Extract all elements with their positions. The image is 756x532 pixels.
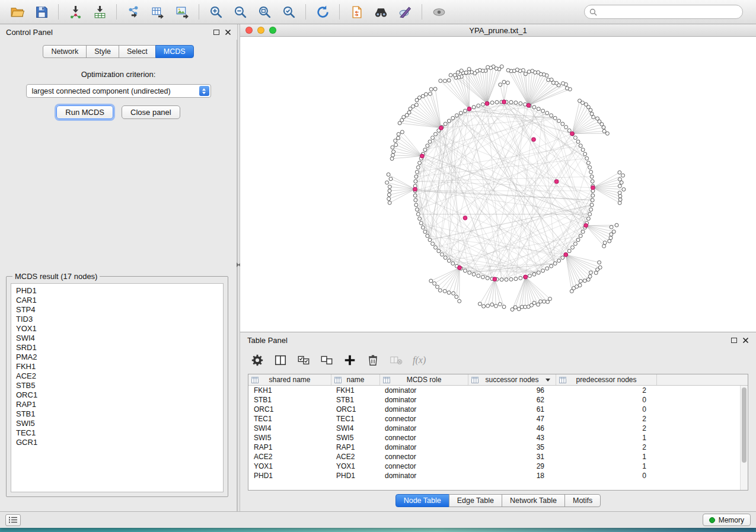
zoom-selected-button[interactable] bbox=[277, 2, 300, 21]
column-header-shared-name[interactable]: shared name bbox=[248, 374, 331, 385]
hide-visibility-button[interactable] bbox=[428, 2, 450, 21]
table-cell[interactable]: STB1 bbox=[248, 396, 331, 404]
table-cell[interactable]: RAP1 bbox=[331, 443, 380, 451]
window-zoom-button[interactable] bbox=[269, 27, 276, 34]
table-cell[interactable]: connector bbox=[380, 434, 468, 442]
column-header-name[interactable]: name bbox=[331, 374, 380, 385]
table-cell[interactable]: 1 bbox=[556, 453, 657, 461]
mcds-result-item[interactable]: TID3 bbox=[16, 315, 218, 324]
table-cell[interactable]: connector bbox=[380, 462, 468, 470]
tab-edge-table[interactable]: Edge Table bbox=[449, 494, 502, 507]
network-graph[interactable] bbox=[240, 37, 756, 332]
table-cell[interactable]: 46 bbox=[468, 424, 556, 432]
open-file-button[interactable] bbox=[6, 2, 28, 21]
table-cell[interactable]: 1 bbox=[556, 434, 657, 442]
table-row[interactable]: PHD1PHD1dominator180 bbox=[248, 471, 740, 480]
mcds-result-list[interactable]: PHD1CAR1STP4TID3YOX1SWI4SRD1PMA2FKH1ACE2… bbox=[11, 283, 224, 492]
tab-node-table[interactable]: Node Table bbox=[395, 494, 449, 507]
mcds-result-item[interactable]: CAR1 bbox=[16, 296, 218, 305]
table-settings-gear-icon[interactable] bbox=[251, 354, 264, 367]
find-button[interactable] bbox=[369, 2, 392, 21]
zoom-fit-button[interactable] bbox=[253, 2, 276, 21]
zoom-in-button[interactable] bbox=[205, 2, 227, 21]
table-cell[interactable]: 61 bbox=[468, 405, 556, 414]
table-cell[interactable]: dominator bbox=[380, 424, 468, 432]
run-mcds-button[interactable]: Run MCDS bbox=[56, 105, 113, 119]
column-header-successor-nodes[interactable]: successor nodes bbox=[468, 374, 556, 385]
network-view[interactable] bbox=[240, 37, 756, 332]
table-cell[interactable]: FKH1 bbox=[331, 386, 380, 395]
table-cell[interactable]: 2 bbox=[556, 415, 657, 423]
table-scrollbar[interactable] bbox=[740, 386, 748, 490]
mcds-result-item[interactable]: ORC1 bbox=[16, 390, 218, 400]
table-cell[interactable]: 0 bbox=[556, 405, 657, 414]
mcds-result-item[interactable]: TEC1 bbox=[16, 428, 218, 438]
table-cell[interactable]: 96 bbox=[468, 386, 556, 395]
export-image-button[interactable] bbox=[171, 2, 193, 21]
table-cell[interactable]: 2 bbox=[556, 443, 657, 451]
column-header-mcds-role[interactable]: MCDS role bbox=[380, 374, 468, 385]
tab-mcds[interactable]: MCDS bbox=[155, 45, 194, 58]
table-cell[interactable]: dominator bbox=[380, 396, 468, 404]
table-cell[interactable]: SWI5 bbox=[248, 434, 331, 442]
close-table-panel-icon[interactable] bbox=[742, 337, 749, 344]
tab-motifs[interactable]: Motifs bbox=[564, 494, 601, 507]
table-row[interactable]: SWI4SWI4dominator462 bbox=[248, 424, 740, 433]
status-menu-button[interactable] bbox=[5, 514, 21, 526]
deselect-all-icon[interactable] bbox=[320, 354, 333, 367]
table-scrollbar-thumb[interactable] bbox=[742, 387, 747, 463]
mcds-result-item[interactable]: ACE2 bbox=[16, 371, 218, 381]
mcds-result-item[interactable]: SWI5 bbox=[16, 419, 218, 428]
table-cell[interactable]: ORC1 bbox=[331, 405, 380, 414]
mcds-result-item[interactable]: STP4 bbox=[16, 305, 218, 315]
table-cell[interactable]: ACE2 bbox=[248, 453, 331, 461]
table-row[interactable]: FKH1FKH1dominator962 bbox=[248, 386, 740, 395]
table-cell[interactable]: 43 bbox=[468, 434, 556, 442]
table-cell[interactable]: SWI4 bbox=[331, 424, 380, 432]
mcds-result-item[interactable]: PHD1 bbox=[16, 286, 218, 296]
save-button[interactable] bbox=[30, 2, 53, 21]
table-cell[interactable]: YOX1 bbox=[331, 462, 380, 470]
table-cell[interactable]: 0 bbox=[556, 396, 657, 404]
table-cell[interactable]: dominator bbox=[380, 405, 468, 414]
table-cell[interactable]: 35 bbox=[468, 443, 556, 451]
delete-column-trash-icon[interactable] bbox=[366, 354, 379, 367]
close-mcds-panel-button[interactable]: Close panel bbox=[122, 105, 180, 119]
tab-network[interactable]: Network bbox=[43, 45, 87, 58]
table-cell[interactable]: connector bbox=[380, 415, 468, 423]
table-cell[interactable]: 2 bbox=[556, 386, 657, 395]
table-cell[interactable]: dominator bbox=[380, 472, 468, 480]
import-network-button[interactable] bbox=[64, 2, 87, 21]
mcds-result-item[interactable]: GCR1 bbox=[16, 438, 218, 447]
table-cell[interactable]: connector bbox=[380, 453, 468, 461]
table-cell[interactable]: YOX1 bbox=[248, 462, 331, 470]
mcds-result-item[interactable]: RAP1 bbox=[16, 400, 218, 409]
table-cell[interactable]: TEC1 bbox=[248, 415, 331, 423]
zoom-out-button[interactable] bbox=[229, 2, 251, 21]
table-row[interactable]: RAP1RAP1dominator352 bbox=[248, 443, 740, 452]
table-cell[interactable]: PHD1 bbox=[248, 472, 331, 480]
clone-network-button[interactable] bbox=[345, 2, 368, 21]
mcds-result-item[interactable]: STB1 bbox=[16, 409, 218, 419]
table-cell[interactable]: ORC1 bbox=[248, 405, 331, 414]
table-cell[interactable]: 62 bbox=[468, 396, 556, 404]
table-cell[interactable]: RAP1 bbox=[248, 443, 331, 451]
table-cell[interactable]: 18 bbox=[468, 472, 556, 480]
add-column-icon[interactable] bbox=[343, 354, 356, 367]
table-cell[interactable]: TEC1 bbox=[331, 415, 380, 423]
table-cell[interactable]: ACE2 bbox=[331, 453, 380, 461]
search-input[interactable] bbox=[600, 8, 738, 16]
table-row[interactable]: ORC1ORC1dominator610 bbox=[248, 405, 740, 414]
table-cell[interactable]: 1 bbox=[556, 462, 657, 470]
table-row[interactable]: ACE2ACE2connector311 bbox=[248, 452, 740, 462]
filter-button[interactable] bbox=[394, 2, 416, 21]
table-cell[interactable]: 0 bbox=[556, 472, 657, 480]
window-close-button[interactable] bbox=[245, 27, 253, 34]
table-cell[interactable]: 31 bbox=[468, 453, 556, 461]
table-row[interactable]: STB1STB1dominator620 bbox=[248, 395, 740, 405]
mcds-result-item[interactable]: PMA2 bbox=[16, 352, 218, 362]
table-cell[interactable]: dominator bbox=[380, 443, 468, 451]
show-columns-icon[interactable] bbox=[274, 354, 287, 367]
import-table-button[interactable] bbox=[88, 2, 111, 21]
tab-network-table[interactable]: Network Table bbox=[502, 494, 565, 507]
